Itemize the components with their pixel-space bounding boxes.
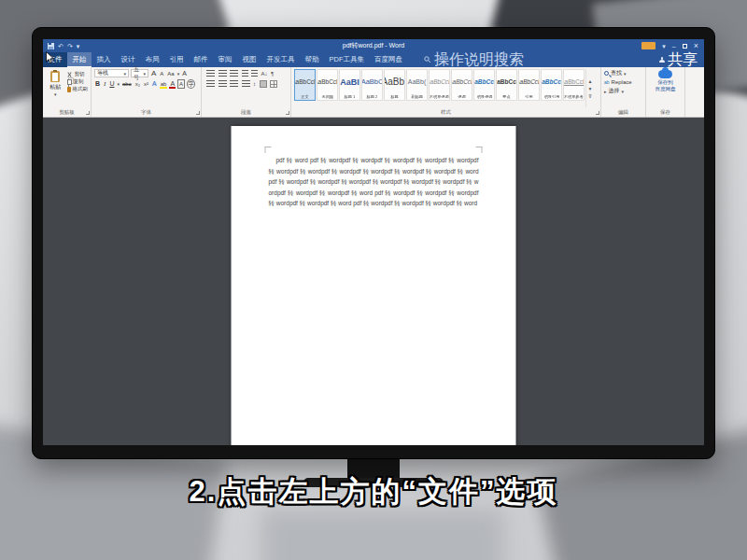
enclose-characters-button[interactable]: 字	[187, 79, 195, 89]
margin-mark-icon	[265, 147, 272, 153]
ribbon-tab[interactable]: 视图	[237, 52, 261, 67]
style-sample: AaBbCcD	[451, 70, 472, 94]
ribbon-options-icon[interactable]: ▾	[662, 43, 666, 49]
ribbon-tab[interactable]: 审阅	[213, 52, 237, 67]
line-spacing-icon[interactable]: ↕	[253, 80, 256, 88]
cloud-icon[interactable]	[658, 70, 672, 78]
qat-customize-icon[interactable]: ▾	[77, 43, 80, 49]
style-chip[interactable]: AaBb( 副标题	[406, 69, 428, 101]
show-marks-icon[interactable]: ¶	[271, 70, 274, 77]
justify-icon[interactable]	[242, 80, 250, 88]
ribbon-tab[interactable]: 百度网盘	[370, 52, 408, 67]
shrink-font-button[interactable]: A	[159, 70, 164, 77]
font-size-combo[interactable]: 五号 ▾	[131, 69, 148, 77]
clear-formatting-button[interactable]: A	[181, 70, 188, 77]
ribbon-tab[interactable]: 插入	[92, 52, 116, 67]
ribbon-tab[interactable]: 开发工具	[261, 52, 300, 67]
numbering-icon[interactable]	[218, 70, 227, 77]
ribbon-tab[interactable]: 开始	[67, 52, 92, 67]
style-chip[interactable]: AaBb( 标题	[384, 69, 405, 101]
bullets-icon[interactable]	[206, 70, 215, 77]
margin-mark-icon	[476, 147, 483, 153]
style-chip[interactable]: AaBI 标题 1	[339, 69, 360, 101]
align-right-icon[interactable]	[230, 80, 238, 88]
shading-icon[interactable]	[260, 80, 267, 88]
font-family-combo[interactable]: 等线 ▾	[94, 69, 129, 77]
subscript-button[interactable]: x₂	[134, 80, 141, 88]
minimize-button[interactable]: –	[672, 43, 676, 49]
character-border-button[interactable]: A	[177, 79, 185, 89]
ribbon-tab[interactable]: 帮助	[300, 52, 324, 67]
ribbon-tab[interactable]: 引用	[164, 52, 189, 67]
dialog-launcher-icon[interactable]	[86, 111, 90, 115]
align-left-icon[interactable]	[206, 80, 215, 88]
style-chip[interactable]: AaBbCcD 不明显强调	[429, 69, 450, 101]
multilevel-list-icon[interactable]	[230, 70, 238, 77]
style-chip[interactable]: AaBbCcD 正文	[294, 69, 316, 101]
mouse-cursor	[46, 51, 55, 64]
style-chip[interactable]: AaBbCcD 强调	[451, 69, 472, 101]
dialog-launcher-icon[interactable]	[286, 111, 289, 115]
style-chip[interactable]: AaBbCcD 明显强调	[473, 69, 495, 101]
change-case-button[interactable]: Aa	[166, 70, 175, 77]
close-button[interactable]: ×	[694, 42, 698, 50]
align-center-icon[interactable]	[218, 80, 227, 88]
font-color-button[interactable]: A	[169, 80, 176, 88]
style-gallery-scroll: ▲ ▼ ⊽	[585, 69, 594, 107]
baidu-save-group: 保存到 百度网盘 保存	[646, 67, 685, 117]
style-chip[interactable]: AaBbCcD 明显引用	[541, 69, 562, 101]
bold-button[interactable]: B	[94, 80, 101, 88]
select-button[interactable]: ▸ 选择 ▾	[604, 87, 642, 95]
style-chip[interactable]: AaBbCcD 不明显参考	[563, 69, 585, 101]
style-chip[interactable]: AaBbCcD 要点	[496, 69, 517, 101]
styles-group: AaBbCcD 正文 AaBbCcD 无间隔 AaBI 标题 1	[291, 67, 601, 117]
document-text[interactable]: pdf 转 word pdf 转 wordpdf 转 wordpdf 转 wor…	[269, 155, 479, 209]
ribbon: 粘贴 ▾ 剪切 复制 格式刷	[43, 67, 704, 118]
style-name: 强调	[458, 94, 465, 99]
style-chip[interactable]: AaBbC 标题 2	[361, 69, 383, 101]
chevron-down-icon: ▾	[624, 72, 627, 76]
format-painter-button[interactable]: 格式刷	[67, 86, 89, 92]
find-button[interactable]: 查找 ▾	[604, 69, 642, 77]
style-sample: AaBbCcD	[563, 70, 585, 94]
sort-icon[interactable]: A↓	[261, 70, 268, 77]
baidu-save-line2[interactable]: 百度网盘	[655, 86, 676, 91]
superscript-button[interactable]: x²	[143, 80, 149, 88]
ribbon-tab[interactable]: PDF工具集	[324, 52, 370, 67]
gallery-up-icon[interactable]: ▲	[588, 78, 593, 84]
style-chip[interactable]: AaBbCcD 无间隔	[317, 69, 338, 101]
restore-button[interactable]	[683, 44, 687, 49]
decrease-indent-icon[interactable]	[242, 70, 248, 77]
share-button[interactable]: 共享	[659, 52, 704, 67]
notification-badge[interactable]	[641, 42, 655, 49]
style-chip[interactable]: AaBbCcD 引用	[518, 69, 540, 101]
document-page[interactable]: pdf 转 word pdf 转 wordpdf 转 wordpdf 转 wor…	[232, 126, 516, 445]
undo-icon[interactable]: ↶	[58, 43, 63, 49]
paste-button[interactable]: 粘贴 ▾	[46, 69, 65, 107]
copy-button[interactable]: 复制	[67, 78, 89, 85]
text-effects-button[interactable]: A	[151, 80, 158, 88]
gallery-more-icon[interactable]: ⊽	[588, 93, 592, 99]
replace-button[interactable]: ab Replace	[604, 79, 642, 85]
save-icon[interactable]	[48, 43, 54, 49]
redo-icon[interactable]: ↷	[67, 43, 73, 49]
style-sample: AaBbCcD	[518, 70, 540, 94]
highlight-color-button[interactable]: ab	[160, 80, 168, 88]
cut-button[interactable]: 剪切	[67, 71, 89, 77]
increase-indent-icon[interactable]	[251, 70, 258, 77]
grow-font-button[interactable]: A	[150, 70, 157, 77]
tell-me-search[interactable]: 操作说明搜索	[424, 52, 524, 67]
baidu-save-line1[interactable]: 保存到	[657, 79, 673, 85]
strikethrough-button[interactable]: abc	[121, 80, 133, 88]
italic-button[interactable]: I	[103, 80, 106, 88]
dialog-launcher-icon[interactable]	[196, 111, 200, 115]
style-sample: AaBbCcD	[317, 70, 338, 94]
copy-label: 复制	[74, 78, 84, 85]
paste-icon	[50, 71, 60, 82]
ribbon-tab[interactable]: 邮件	[189, 52, 213, 67]
gallery-down-icon[interactable]: ▼	[588, 86, 593, 91]
dialog-launcher-icon[interactable]	[596, 111, 599, 115]
underline-button[interactable]: U	[108, 80, 115, 88]
borders-icon[interactable]	[270, 80, 277, 88]
ribbon-tab[interactable]: 布局	[140, 52, 164, 67]
